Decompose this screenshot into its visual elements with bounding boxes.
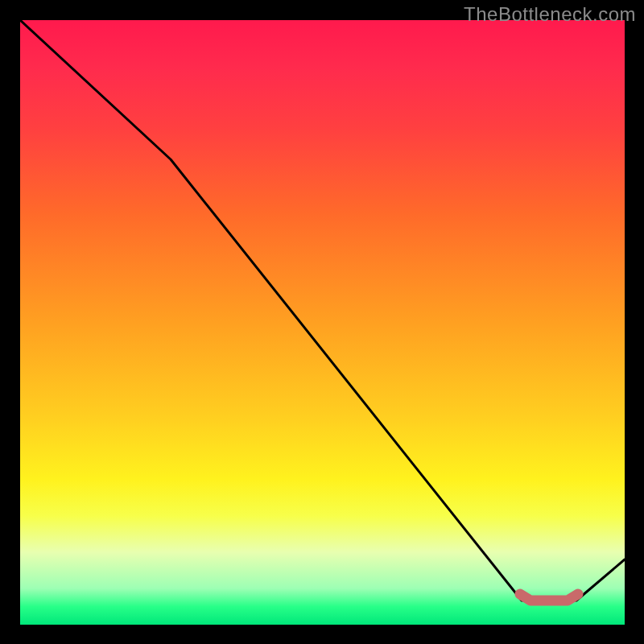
- chart-frame: TheBottleneck.com: [0, 0, 644, 644]
- optimal-range: [520, 594, 578, 601]
- chart-svg: [20, 20, 625, 625]
- bottleneck-curve: [20, 20, 625, 601]
- plot-area: [20, 20, 625, 625]
